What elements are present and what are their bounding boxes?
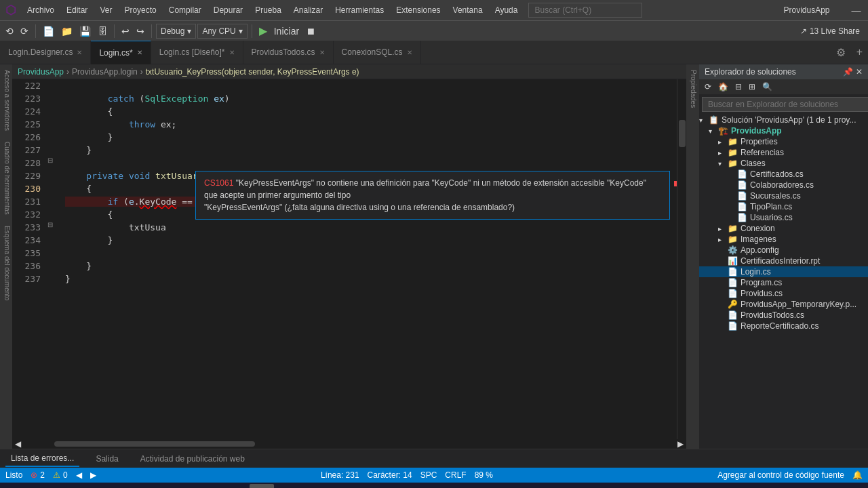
tree-item[interactable]: 📄Usuarios.cs <box>699 212 868 223</box>
solution-explorer-search[interactable] <box>702 97 868 112</box>
vert-tab-servidores[interactable]: Acceso a servidores <box>0 64 12 136</box>
menu-editar[interactable]: Editar <box>61 3 93 18</box>
live-share-button[interactable]: ↗ 13 Live Share <box>795 25 865 37</box>
tree-item[interactable]: 📄TipoPlan.cs <box>699 201 868 212</box>
se-home-btn[interactable]: 🏠 <box>715 81 731 93</box>
menu-archivo[interactable]: Archivo <box>22 3 60 18</box>
bottom-tab-output[interactable]: Salida <box>90 451 123 466</box>
cpu-dropdown[interactable]: Any CPU ▾ <box>197 24 247 39</box>
se-filter-btn[interactable]: ⊟ <box>732 81 745 93</box>
tree-item[interactable]: 📄Certificados.cs <box>699 169 868 180</box>
toolbar-save-all[interactable]: 🗄 <box>95 24 110 38</box>
source-control-btn[interactable]: Agregar al control de código fuente <box>717 470 844 480</box>
code-editor[interactable]: catch (SqlException ex) { throw ex; } } … <box>60 79 677 439</box>
start-button[interactable]: ▶ <box>256 23 270 39</box>
tab-conexion-sql[interactable]: ConexionSQL.cs ✕ <box>334 41 421 64</box>
tree-item[interactable]: 📄Login.cs <box>699 266 868 277</box>
tree-expand-arrow[interactable]: ▾ <box>709 127 718 135</box>
bottom-tab-errors[interactable]: Lista de errores... <box>5 451 79 467</box>
tree-item[interactable]: 📄ProvidusTodos.cs <box>699 310 868 321</box>
taskbar-db-tool[interactable]: 🔺 <box>114 484 138 488</box>
toolbar-open[interactable]: 📁 <box>58 24 75 38</box>
tree-item[interactable]: ⚙️App.config <box>699 245 868 256</box>
scroll-left-btn[interactable]: ◀ <box>15 439 21 449</box>
se-search-btn[interactable]: 🔍 <box>760 81 775 93</box>
toolbar-undo[interactable]: ↩ <box>119 24 132 38</box>
tree-item[interactable]: ▾📋Solución 'ProvidusApp' (1 de 1 proy... <box>699 115 868 125</box>
minimize-button[interactable]: — <box>841 0 869 20</box>
se-refresh-btn[interactable]: ⟳ <box>702 81 714 93</box>
tree-expand-arrow[interactable]: ▸ <box>718 225 728 232</box>
toolbar-new[interactable]: 📄 <box>40 24 57 38</box>
tree-item[interactable]: 📊CertificadosInterior.rpt <box>699 256 868 266</box>
tab-close-icon[interactable]: ✕ <box>77 49 82 56</box>
taskbar-vs-debug[interactable]: 🖥 <box>250 484 274 488</box>
tab-login-cs[interactable]: Login.cs* ✕ <box>91 41 151 64</box>
breadcrumb-project[interactable]: ProvidusApp <box>18 67 64 77</box>
stop-button[interactable]: ⏹ <box>303 24 318 38</box>
menu-analizar[interactable]: Analizar <box>288 3 328 18</box>
vert-tab-esquema[interactable]: Esquema del documento <box>0 220 12 306</box>
taskbar-chrome[interactable]: 🌐 <box>60 484 84 488</box>
tree-item[interactable]: ▸📁Conexion <box>699 223 868 234</box>
tree-item[interactable]: ▸📁Properties <box>699 136 868 147</box>
nav-back-btn[interactable]: ◀ <box>76 470 82 480</box>
tree-expand-arrow[interactable]: ▸ <box>718 138 728 146</box>
tree-item[interactable]: 📄Colaboradores.cs <box>699 180 868 190</box>
tree-item[interactable]: ▸📁Referencias <box>699 147 868 158</box>
tree-expand-arrow[interactable]: ▾ <box>718 160 728 167</box>
tree-item[interactable]: 🔑ProvidusApp_TemporaryKey.p... <box>699 299 868 310</box>
scroll-right-btn[interactable]: ▶ <box>677 439 684 449</box>
tab-close-icon[interactable]: ✕ <box>229 49 235 56</box>
se-expand-btn[interactable]: ⊞ <box>746 81 758 93</box>
tree-item[interactable]: 📄Sucursales.cs <box>699 190 868 201</box>
menu-prueba[interactable]: Prueba <box>250 3 287 18</box>
se-pin-icon[interactable]: 📌 <box>843 67 853 77</box>
tab-close-icon[interactable]: ✕ <box>319 49 325 56</box>
taskbar-firefox[interactable]: 🦊 <box>141 484 165 488</box>
taskbar-edge[interactable]: 🌀 <box>87 484 111 488</box>
horizontal-scrollbar[interactable]: ◀ ▶ <box>12 439 686 449</box>
scrollbar-thumb[interactable] <box>679 120 686 147</box>
menu-herramientas[interactable]: Herramientas <box>330 3 389 18</box>
taskbar-vs[interactable]: ⬡ <box>222 484 247 488</box>
status-warnings[interactable]: ⚠ 0 <box>53 470 68 480</box>
tree-item[interactable]: 📄Program.cs <box>699 277 868 288</box>
status-errors[interactable]: ⊗ 2 <box>31 470 45 480</box>
tree-item[interactable]: ▸📁Imagenes <box>699 234 868 245</box>
breadcrumb-method[interactable]: txtUsuario_KeyPress(object sender, KeyPr… <box>146 67 359 77</box>
tab-login-design[interactable]: Login.cs [Diseño]* ✕ <box>151 41 243 64</box>
zoom-level[interactable]: 89 % <box>475 470 493 480</box>
toolbar-save[interactable]: 💾 <box>77 24 94 38</box>
search-input[interactable] <box>528 3 642 18</box>
tab-login-designer[interactable]: Login.Designer.cs ✕ <box>0 41 91 64</box>
tab-add-button[interactable]: + <box>851 46 868 58</box>
tab-close-icon[interactable]: ✕ <box>407 49 412 56</box>
tab-close-icon[interactable]: ✕ <box>137 49 142 56</box>
toolbar-nav-forward[interactable]: ⟳ <box>18 24 31 38</box>
vertical-scrollbar[interactable] <box>677 79 686 439</box>
horizontal-scrollbar-thumb[interactable] <box>54 441 255 447</box>
tree-item[interactable]: ▾🏗️ProvidusApp <box>699 125 868 136</box>
vert-tab-propiedades[interactable]: Propiedades <box>686 64 698 113</box>
collapse-icon-230[interactable]: ⊟ <box>47 221 53 228</box>
tree-expand-arrow[interactable]: ▸ <box>718 149 728 157</box>
taskbar-green-tool[interactable]: ⬡ <box>168 484 193 488</box>
toolbar-redo[interactable]: ↪ <box>134 24 147 38</box>
tab-providus-todos[interactable]: ProvidusTodos.cs ✕ <box>243 41 334 64</box>
menu-depurar[interactable]: Depurar <box>208 3 248 18</box>
tree-item[interactable]: 📄ReporteCertificado.cs <box>699 321 868 331</box>
tree-item[interactable]: 📄Providus.cs <box>699 288 868 299</box>
taskbar-file-explorer[interactable]: 📁 <box>33 484 57 488</box>
taskbar-blue-tool[interactable]: 📦 <box>195 484 220 488</box>
menu-ventana[interactable]: Ventana <box>448 3 488 18</box>
debug-config-dropdown[interactable]: Debug ▾ <box>156 24 196 39</box>
menu-proyecto[interactable]: Proyecto <box>119 3 161 18</box>
tree-expand-arrow[interactable]: ▾ <box>699 117 709 124</box>
menu-ver[interactable]: Ver <box>94 3 117 18</box>
notification-icon[interactable]: 🔔 <box>852 470 863 480</box>
menu-ayuda[interactable]: Ayuda <box>490 3 524 18</box>
tab-settings-button[interactable]: ⚙ <box>831 46 851 59</box>
toolbar-nav-back[interactable]: ⟲ <box>3 24 16 38</box>
collapse-icon-228[interactable]: ⊟ <box>47 157 53 164</box>
